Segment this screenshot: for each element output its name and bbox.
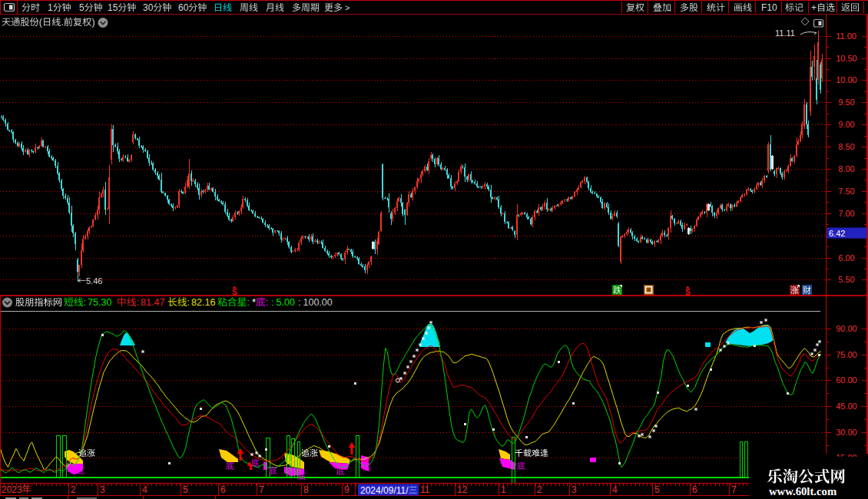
svg-text::: : [187, 297, 190, 308]
svg-text:8: 8 [303, 484, 309, 495]
svg-text:3: 3 [571, 484, 577, 495]
svg-text:.: . [61, 17, 63, 28]
svg-text:75.30: 75.30 [88, 297, 111, 308]
svg-text::: : [137, 297, 139, 308]
svg-text:S: S [232, 288, 237, 296]
svg-text::: : [266, 297, 268, 308]
svg-text:4: 4 [142, 484, 147, 495]
svg-text:90.00: 90.00 [836, 324, 857, 333]
svg-text:9.00: 9.00 [838, 120, 854, 129]
svg-text:9.50: 9.50 [838, 97, 854, 107]
svg-text:www.60lt.com: www.60lt.com [769, 485, 837, 497]
svg-text:7: 7 [731, 484, 737, 495]
svg-text:5.46: 5.46 [86, 276, 102, 286]
svg-text:7: 7 [259, 484, 264, 495]
svg-text:1: 1 [48, 2, 53, 13]
svg-text:S: S [685, 288, 691, 296]
svg-text:2024/09/11/: 2024/09/11/ [360, 485, 409, 496]
svg-text:30.00: 30.00 [836, 428, 857, 437]
svg-text:9: 9 [344, 484, 350, 495]
svg-text:5: 5 [183, 484, 188, 495]
svg-text:45.00: 45.00 [836, 402, 857, 411]
svg-text:2: 2 [537, 484, 542, 495]
svg-text:11.11: 11.11 [775, 28, 795, 38]
svg-text:75.00: 75.00 [836, 350, 857, 359]
svg-text:11.00: 11.00 [836, 31, 856, 41]
svg-text::: : [84, 297, 86, 308]
svg-text:81.47: 81.47 [141, 297, 164, 308]
svg-text:+: + [811, 2, 817, 13]
svg-text:6.42: 6.42 [829, 229, 845, 238]
svg-text:3: 3 [100, 484, 105, 495]
svg-text:4: 4 [612, 484, 618, 495]
svg-text:30: 30 [143, 2, 154, 13]
svg-text:12: 12 [457, 484, 468, 495]
svg-text:60: 60 [178, 2, 189, 13]
svg-text:7.00: 7.00 [838, 209, 854, 218]
svg-text:82.16: 82.16 [191, 297, 215, 308]
svg-text:5: 5 [79, 2, 84, 13]
svg-text:6: 6 [692, 484, 697, 495]
svg-text:): ) [91, 17, 94, 28]
svg-text:6: 6 [220, 484, 226, 495]
svg-text:8.50: 8.50 [838, 142, 854, 151]
svg-text:2023: 2023 [2, 484, 22, 495]
svg-text::: : [298, 297, 300, 308]
svg-text:100.00: 100.00 [303, 297, 333, 308]
svg-text:8.00: 8.00 [838, 164, 854, 173]
svg-text:6.00: 6.00 [838, 253, 854, 263]
svg-text:11: 11 [420, 484, 430, 495]
svg-text::: : [247, 297, 249, 308]
svg-text:5.00: 5.00 [277, 297, 295, 308]
svg-text:*: * [252, 296, 256, 308]
svg-text:60.00: 60.00 [836, 375, 857, 385]
svg-text:F10: F10 [761, 2, 777, 13]
svg-text:7.50: 7.50 [838, 187, 854, 196]
svg-text:5: 5 [654, 484, 660, 495]
svg-text:1: 1 [501, 484, 506, 495]
svg-text:>: > [345, 3, 350, 12]
svg-text:10.00: 10.00 [836, 75, 857, 84]
svg-text:15: 15 [108, 2, 118, 13]
svg-text:2: 2 [71, 484, 76, 495]
svg-text:5.50: 5.50 [838, 275, 854, 284]
svg-text:10.50: 10.50 [836, 54, 857, 63]
svg-text::: : [271, 297, 273, 308]
